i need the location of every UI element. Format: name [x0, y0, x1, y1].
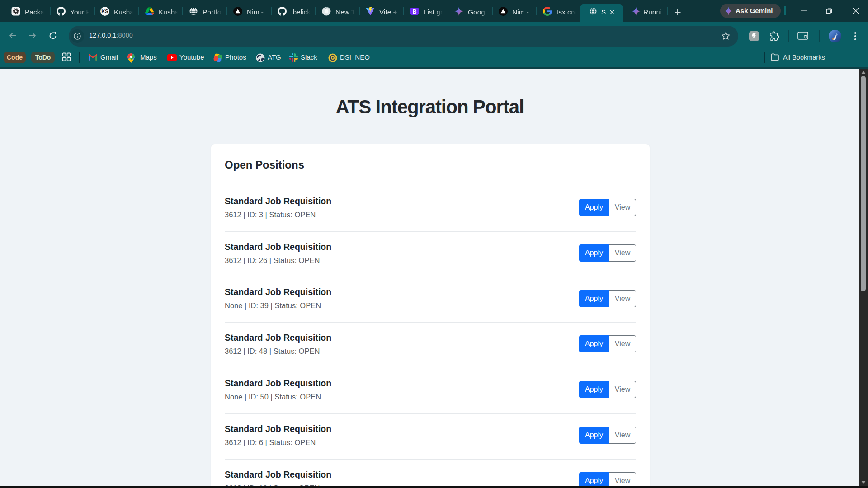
svg-text:KS: KS	[101, 9, 108, 14]
svg-text:B: B	[413, 9, 417, 15]
